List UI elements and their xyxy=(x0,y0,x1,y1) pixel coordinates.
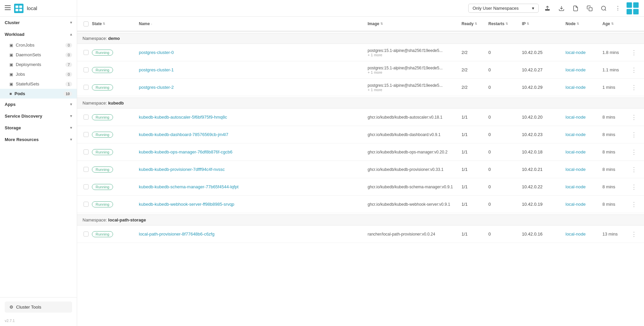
pod-link[interactable]: kubedb-kubedb-schema-manager-77b65f4544-… xyxy=(139,184,238,189)
age-column-header[interactable]: Age ⇅ xyxy=(602,21,629,26)
row-checkbox[interactable] xyxy=(84,50,89,55)
namespace-select[interactable]: Only User Namespaces ▾ xyxy=(468,4,539,13)
node-link[interactable]: local-node xyxy=(566,50,586,55)
ready-cell: 2/2 xyxy=(462,50,488,55)
select-all-checkbox[interactable] xyxy=(84,21,89,26)
node-cell: local-node xyxy=(566,184,602,189)
node-link[interactable]: local-node xyxy=(566,149,586,154)
sidebar-nav: Cluster ▾ Workload ▴ ▣ CronJobs 0 ▣ Daem… xyxy=(0,17,77,297)
node-cell: local-node xyxy=(566,115,602,120)
node-link[interactable]: local-node xyxy=(566,184,586,189)
pod-link[interactable]: kubedb-kubedb-autoscaler-5f6bf975f9-hmq8… xyxy=(139,115,227,120)
state-cell: Running xyxy=(92,67,139,73)
pod-link[interactable]: kubedb-kubedb-provisioner-7dfff94c4f-nvs… xyxy=(139,167,225,172)
node-link[interactable]: local-node xyxy=(566,202,586,207)
row-more-button[interactable]: ⋮ xyxy=(629,113,639,122)
pod-link[interactable]: postgres-cluster-1 xyxy=(139,67,174,72)
svg-line-12 xyxy=(605,9,606,10)
row-checkbox[interactable] xyxy=(84,149,89,154)
nav-item-left: ▣ Jobs xyxy=(9,72,25,77)
restarts-cell: 0 xyxy=(488,85,522,90)
name-cell: postgres-cluster-2 xyxy=(139,85,368,90)
cluster-section-header[interactable]: Cluster ▾ xyxy=(0,17,77,28)
image-text: ghcr.io/kubedb/kubedb-webhook-server:v0.… xyxy=(368,202,462,207)
node-column-header[interactable]: Node ⇅ xyxy=(566,21,602,26)
node-cell: local-node xyxy=(566,202,602,207)
more-resources-section-header[interactable]: More Resources ▾ xyxy=(0,134,77,145)
file-icon[interactable] xyxy=(570,3,581,14)
name-column-header[interactable]: Name ↓ xyxy=(139,21,368,26)
sidebar-item-statefulsets[interactable]: ▣ StatefulSets 1 xyxy=(0,79,77,89)
upload-icon[interactable] xyxy=(542,3,553,14)
workload-items: ▣ CronJobs 0 ▣ DaemonSets 0 ▣ Deployment… xyxy=(0,40,77,99)
cluster-tools-button[interactable]: ⚙ Cluster Tools xyxy=(5,302,72,313)
row-more-button[interactable]: ⋮ xyxy=(629,165,639,174)
row-more-button[interactable]: ⋮ xyxy=(629,65,639,75)
restarts-cell: 0 xyxy=(488,132,522,137)
workload-chevron-icon: ▴ xyxy=(70,32,72,37)
node-link[interactable]: local-node xyxy=(566,115,586,120)
node-link[interactable]: local-node xyxy=(566,232,586,237)
row-checkbox[interactable] xyxy=(84,85,89,90)
svg-point-11 xyxy=(601,6,605,10)
node-cell: local-node xyxy=(566,149,602,154)
image-cell: ghcr.io/kubedb/kubedb-provisioner:v0.33.… xyxy=(368,167,462,172)
row-more-button[interactable]: ⋮ xyxy=(629,200,639,209)
node-link[interactable]: local-node xyxy=(566,85,586,90)
status-badge: Running xyxy=(92,67,113,73)
sidebar-item-jobs[interactable]: ▣ Jobs 0 xyxy=(0,69,77,79)
row-more-button[interactable]: ⋮ xyxy=(629,130,639,139)
image-column-header[interactable]: Image ⇅ xyxy=(368,21,462,26)
node-link[interactable]: local-node xyxy=(566,167,586,172)
row-checkbox[interactable] xyxy=(84,202,89,207)
service-discovery-section-header[interactable]: Service Discovery ▾ xyxy=(0,110,77,122)
row-checkbox[interactable] xyxy=(84,67,89,72)
ready-column-header[interactable]: Ready ⇅ xyxy=(462,21,488,26)
ip-column-header[interactable]: IP ⇅ xyxy=(522,21,566,26)
pod-link[interactable]: kubedb-kubedb-ops-manager-76df8b876f-cgc… xyxy=(139,149,232,154)
row-checkbox[interactable] xyxy=(84,115,89,120)
download-icon[interactable] xyxy=(556,3,567,14)
row-checkbox[interactable] xyxy=(84,184,89,189)
node-link[interactable]: local-node xyxy=(566,67,586,72)
row-checkbox[interactable] xyxy=(84,232,89,237)
namespace-section-kubedb: Namespace: kubedb xyxy=(77,97,644,109)
node-link[interactable]: local-node xyxy=(566,132,586,137)
state-sort-icon: ⇅ xyxy=(103,22,105,25)
pod-link[interactable]: postgres-cluster-0 xyxy=(139,50,174,55)
apps-section-header[interactable]: Apps ▾ xyxy=(0,99,77,110)
pod-link[interactable]: postgres-cluster-2 xyxy=(139,85,174,90)
row-more-button[interactable]: ⋮ xyxy=(629,182,639,192)
sidebar-item-cronjobs[interactable]: ▣ CronJobs 0 xyxy=(0,40,77,50)
storage-section-header[interactable]: Storage ▾ xyxy=(0,122,77,134)
row-checkbox[interactable] xyxy=(84,167,89,172)
deployments-label: Deployments xyxy=(16,62,41,67)
restarts-column-header[interactable]: Restarts ⇅ xyxy=(488,21,522,26)
name-cell: kubedb-kubedb-schema-manager-77b65f4544-… xyxy=(139,184,368,189)
hamburger-icon[interactable] xyxy=(5,5,11,11)
row-more-button[interactable]: ⋮ xyxy=(629,83,639,92)
image-text: postgres:15.1-alpine@sha256:f19eede5... xyxy=(368,66,462,70)
ip-cell: 10.42.0.18 xyxy=(522,149,566,154)
status-badge: Running xyxy=(92,114,113,120)
status-badge: Running xyxy=(92,167,113,173)
statefulsets-label: StatefulSets xyxy=(16,81,39,86)
copy-icon[interactable] xyxy=(584,3,595,14)
row-more-button[interactable]: ⋮ xyxy=(629,48,639,57)
row-more-button[interactable]: ⋮ xyxy=(629,230,639,239)
node-cell: local-node xyxy=(566,132,602,137)
pod-link[interactable]: local-path-provisioner-8f77648b6-c6zfg xyxy=(139,232,214,237)
pod-link[interactable]: kubedb-kubedb-webhook-server-ff98b8985-s… xyxy=(139,202,234,207)
row-more-button[interactable]: ⋮ xyxy=(629,147,639,157)
sidebar-item-daemonsets[interactable]: ▣ DaemonSets 0 xyxy=(0,50,77,60)
storage-label: Storage xyxy=(5,125,21,130)
more-options-icon[interactable]: ⋮ xyxy=(612,3,623,14)
sidebar-item-pods[interactable]: ■ Pods 10 xyxy=(0,89,77,99)
pod-link[interactable]: kubedb-kubedb-dashboard-78576569cb-jm4l7 xyxy=(139,132,228,137)
workload-section-header[interactable]: Workload ▴ xyxy=(0,28,77,40)
row-checkbox[interactable] xyxy=(84,132,89,137)
row-checkbox-col xyxy=(80,232,92,237)
search-icon[interactable] xyxy=(598,3,609,14)
state-column-header[interactable]: State ⇅ xyxy=(92,21,139,26)
sidebar-item-deployments[interactable]: ▣ Deployments 7 xyxy=(0,60,77,69)
